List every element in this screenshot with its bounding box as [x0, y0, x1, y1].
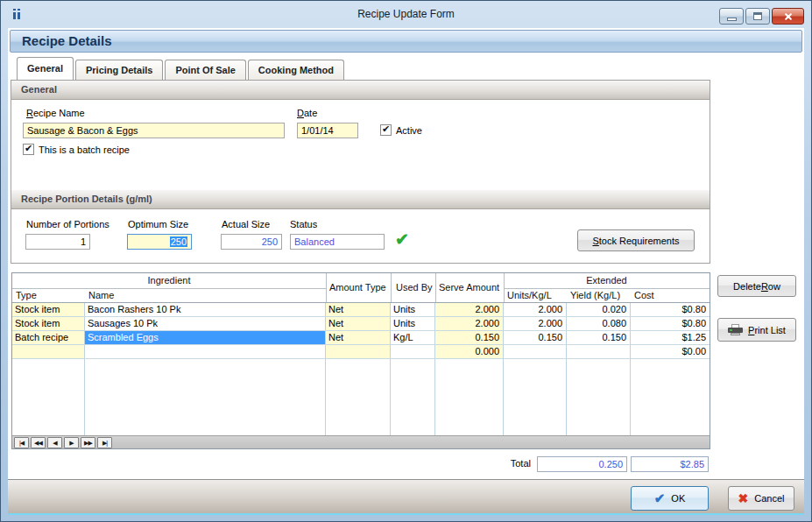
cell-serve-amount[interactable]: 0.000: [435, 345, 504, 358]
footer-bar: ✔ OK ✖ Cancel: [8, 479, 804, 513]
maximize-icon: [753, 12, 762, 20]
close-icon: [783, 11, 794, 22]
cell-cost[interactable]: $0.00: [631, 345, 710, 358]
form-body: Recipe Details General Pricing Details P…: [8, 28, 804, 513]
date-input[interactable]: 1/01/14: [297, 123, 358, 138]
print-list-button[interactable]: Print List: [717, 318, 796, 342]
cell-units[interactable]: 2.000: [504, 317, 567, 330]
maximize-button[interactable]: [745, 8, 770, 25]
header-amount-type: Amount Type: [329, 282, 386, 293]
nav-next-button[interactable]: ▶: [64, 437, 79, 448]
stock-requirements-button[interactable]: Stock Requirements: [577, 229, 695, 251]
portion-section-header: Recipe Portion Details (g/ml): [11, 190, 710, 209]
recipe-name-input[interactable]: Sausage & Bacon & Eggs: [23, 123, 285, 138]
cancel-label: Cancel: [754, 493, 784, 504]
cell-used-by[interactable]: [391, 345, 435, 358]
general-tab-panel: General Recipe Name Sausage & Bacon & Eg…: [11, 80, 710, 264]
general-section-header: General: [11, 81, 710, 100]
cell-units[interactable]: 2.000: [504, 303, 567, 316]
recipe-name-label: Recipe Name: [26, 108, 85, 118]
cell-amount-type[interactable]: [326, 345, 391, 358]
table-row-empty: 0.000 $0.00: [12, 345, 710, 359]
cell-cost[interactable]: $1.25: [631, 331, 710, 344]
table-row: Stock item Sausages 10 Pk Net Units 2.00…: [12, 317, 710, 331]
nav-last-button[interactable]: ▶|: [97, 437, 112, 448]
cell-type[interactable]: Stock item: [12, 317, 85, 330]
tab-cooking-method[interactable]: Cooking Method: [248, 60, 344, 80]
tab-point-of-sale[interactable]: Point Of Sale: [165, 60, 245, 80]
cell-amount-type[interactable]: Net: [326, 317, 391, 330]
active-checkbox-check-icon: [380, 124, 392, 136]
tab-general[interactable]: General: [17, 57, 74, 80]
cell-type[interactable]: Stock item: [12, 303, 85, 316]
active-checkbox[interactable]: Active: [380, 124, 422, 136]
window-bottom-accent: [8, 513, 804, 515]
actual-size-field: 250: [221, 234, 282, 250]
cell-units[interactable]: [504, 345, 567, 358]
actual-size-label: Actual Size: [222, 219, 270, 229]
cancel-button[interactable]: ✖ Cancel: [728, 486, 794, 511]
cell-serve-amount[interactable]: 2.000: [435, 303, 504, 316]
close-button[interactable]: [772, 8, 804, 25]
cell-name[interactable]: Bacon Rashers 10 Pk: [85, 303, 326, 316]
cell-name-selected[interactable]: Scrambled Eggs: [85, 331, 326, 344]
header-serve-amount: Serve Amount: [439, 282, 499, 293]
optimum-size-selected-text: 250: [170, 236, 187, 247]
cell-yield[interactable]: [567, 345, 631, 358]
cell-amount-type[interactable]: Net: [326, 331, 391, 344]
cell-used-by[interactable]: Units: [391, 303, 435, 316]
total-cost-field: $2.85: [631, 456, 709, 472]
header-yield-kg-l: Yield (Kg/L): [570, 290, 620, 300]
optimum-size-input[interactable]: 250: [127, 234, 192, 250]
batch-recipe-checkbox[interactable]: This is a batch recipe: [23, 144, 130, 155]
cell-name[interactable]: [85, 345, 326, 358]
header-ingredient-group: Ingredient: [12, 275, 326, 286]
cell-yield[interactable]: 0.080: [567, 317, 631, 330]
batch-checkbox-check-icon: [23, 144, 34, 155]
optimum-size-label: Optimum Size: [128, 219, 188, 229]
cell-cost[interactable]: $0.80: [631, 303, 710, 316]
batch-checkbox-label: This is a batch recipe: [39, 145, 130, 155]
cell-type[interactable]: Batch recipe: [12, 331, 85, 344]
tab-pricing-details[interactable]: Pricing Details: [75, 60, 163, 80]
cell-yield[interactable]: 0.150: [567, 331, 631, 344]
total-yield-field: 0.250: [537, 456, 627, 472]
minimize-button[interactable]: [719, 8, 744, 25]
grid-navigator: |◀ ◀◀ ◀ ▶ ▶▶ ▶|: [12, 435, 710, 448]
minimize-icon: [727, 18, 737, 21]
table-row-selected: Batch recipe Scrambled Eggs Net Kg/L 0.1…: [12, 331, 710, 345]
header-name: Name: [88, 290, 114, 300]
nav-first-button[interactable]: |◀: [14, 437, 29, 448]
nav-prior-page-button[interactable]: ◀◀: [31, 437, 46, 448]
cell-serve-amount[interactable]: 0.150: [435, 331, 504, 344]
cell-yield[interactable]: 0.020: [567, 303, 631, 316]
tab-strip: General Pricing Details Point Of Sale Co…: [17, 57, 346, 80]
cell-name[interactable]: Sausages 10 Pk: [85, 317, 326, 330]
cell-used-by[interactable]: Units: [391, 317, 435, 330]
number-of-portions-label: Number of Portions: [26, 219, 109, 229]
ok-button[interactable]: ✔ OK: [631, 486, 709, 511]
cell-units[interactable]: 0.150: [504, 331, 567, 344]
nav-prior-button[interactable]: ◀: [47, 437, 62, 448]
active-checkbox-label: Active: [396, 125, 422, 136]
cell-cost[interactable]: $0.80: [631, 317, 710, 330]
nav-next-page-button[interactable]: ▶▶: [81, 437, 95, 448]
delete-row-button[interactable]: Delete Row: [717, 275, 796, 297]
total-label: Total: [485, 458, 531, 469]
window-title: Recipe Update Form: [1, 8, 811, 20]
cell-type[interactable]: [12, 345, 85, 358]
cell-serve-amount[interactable]: 2.000: [435, 317, 504, 330]
print-list-label: Print List: [748, 325, 786, 335]
cell-amount-type[interactable]: Net: [326, 303, 391, 316]
grid-header: Ingredient Extended Type Name Amount Typ…: [12, 273, 710, 303]
cell-used-by[interactable]: Kg/L: [391, 331, 435, 344]
grid-empty-area: [12, 359, 710, 435]
ok-label: OK: [671, 493, 685, 504]
number-of-portions-input[interactable]: 1: [25, 234, 90, 250]
cancel-x-icon: ✖: [738, 491, 749, 505]
status-field: Balanced: [290, 234, 385, 250]
header-used-by: Used By: [396, 282, 433, 293]
header-units-kg-l: Units/Kg/L: [507, 290, 552, 300]
header-type: Type: [16, 290, 37, 300]
page-title: Recipe Details: [10, 30, 802, 53]
